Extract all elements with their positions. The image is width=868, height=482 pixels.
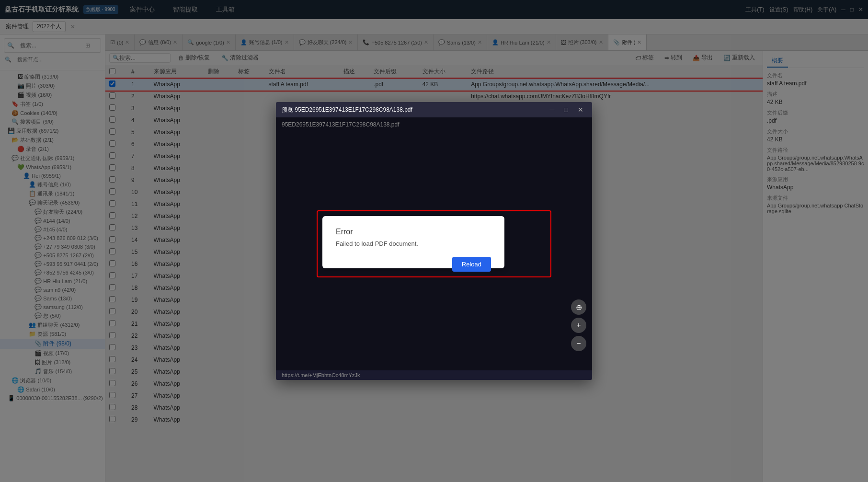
- zoom-controls: ⊕ + −: [571, 299, 586, 351]
- error-border-container: Error Failed to load PDF document. Reloa…: [317, 210, 551, 277]
- preview-modal: 预览 95ED26951E397413E1F17C298C98A138.pdf …: [276, 102, 592, 380]
- footer-url: https://t.me/+MjEbhtnOc48mYzJk: [282, 372, 360, 378]
- error-dialog: Error Failed to load PDF document. Reloa…: [322, 216, 504, 268]
- modal-close-btn[interactable]: ✕: [575, 105, 586, 115]
- modal-footer: https://t.me/+MjEbhtnOc48mYzJk: [276, 370, 592, 380]
- reload-button[interactable]: Reload: [452, 257, 491, 272]
- modal-filename: 95ED26951E397413E1F17C298C98A138.pdf: [282, 121, 400, 128]
- error-message: Failed to load PDF document.: [336, 240, 491, 247]
- zoom-move-btn[interactable]: ⊕: [571, 299, 586, 315]
- modal-overlay[interactable]: 预览 95ED26951E397413E1F17C298C98A138.pdf …: [0, 0, 868, 482]
- modal-header: 预览 95ED26951E397413E1F17C298C98A138.pdf …: [276, 102, 592, 117]
- modal-minimize-btn[interactable]: ─: [547, 105, 558, 115]
- modal-maximize-btn[interactable]: □: [561, 105, 571, 115]
- zoom-in-btn[interactable]: +: [571, 318, 586, 333]
- zoom-out-btn[interactable]: −: [571, 336, 586, 351]
- modal-body: 95ED26951E397413E1F17C298C98A138.pdf Err…: [276, 117, 592, 370]
- modal-title: 预览 95ED26951E397413E1F17C298C98A138.pdf: [282, 106, 543, 114]
- error-title: Error: [336, 228, 491, 236]
